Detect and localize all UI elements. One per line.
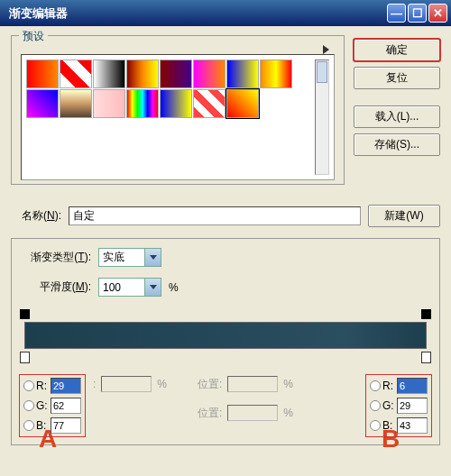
presets-legend: 预设 [19, 29, 48, 44]
swatch[interactable] [60, 60, 92, 88]
opacity-stops [24, 309, 427, 322]
name-input[interactable] [69, 206, 361, 225]
radio-b-right[interactable] [370, 420, 381, 431]
rgb-right-group: R: G: B: [365, 374, 432, 437]
swatch[interactable] [26, 89, 59, 118]
b-left-input[interactable] [51, 417, 81, 434]
smooth-label: 平滑度(M): [19, 279, 91, 295]
gradtype-select[interactable]: 实底 [98, 248, 161, 267]
r-right-input[interactable] [397, 378, 428, 394]
presets-group: 预设 [11, 35, 345, 185]
presets-box [21, 54, 335, 180]
disabled-row-1: :% 位置:% [93, 376, 358, 392]
chevron-right-icon[interactable] [144, 279, 161, 296]
swatch[interactable] [260, 60, 292, 88]
name-label: 名称(N): [11, 208, 61, 224]
opacity-stop-left[interactable] [20, 309, 30, 319]
window-controls: — ☐ ✕ [387, 4, 447, 23]
button-column: 确定 复位 载入(L)... 存储(S)... [354, 35, 440, 194]
minimize-button[interactable]: — [387, 4, 406, 23]
scrollbar[interactable] [315, 60, 329, 175]
radio-r-right[interactable] [370, 380, 381, 391]
presets-menu-icon[interactable] [323, 45, 329, 54]
gradtype-label: 渐变类型(T): [19, 250, 91, 265]
color-stops [24, 349, 427, 367]
swatch[interactable] [126, 60, 159, 88]
smooth-input[interactable]: 100 [98, 278, 161, 297]
gradient-editor [24, 309, 427, 367]
swatch[interactable] [193, 89, 226, 118]
swatch[interactable] [160, 60, 192, 88]
window-title: 渐变编辑器 [4, 5, 387, 22]
gradient-settings: 渐变类型(T): 实底 平滑度(M): 100 % [11, 238, 440, 445]
swatch[interactable] [226, 89, 259, 118]
radio-r-left[interactable] [23, 380, 34, 391]
g-left-input[interactable] [51, 398, 81, 414]
b-right-input[interactable] [397, 417, 428, 434]
titlebar: 渐变编辑器 — ☐ ✕ [0, 0, 451, 26]
color-stop-left[interactable] [20, 352, 30, 363]
swatch[interactable] [26, 60, 59, 88]
smooth-value: 100 [103, 281, 121, 294]
r-left-input[interactable] [51, 378, 81, 394]
radio-g-left[interactable] [23, 400, 34, 411]
swatch[interactable] [93, 60, 125, 88]
radio-b-left[interactable] [23, 420, 34, 431]
load-button[interactable]: 载入(L)... [354, 105, 440, 128]
swatch[interactable] [60, 89, 92, 118]
maximize-button[interactable]: ☐ [408, 4, 427, 23]
ok-button[interactable]: 确定 [354, 39, 440, 61]
reset-button[interactable]: 复位 [354, 67, 440, 89]
close-button[interactable]: ✕ [428, 4, 447, 23]
swatch[interactable] [93, 89, 125, 118]
percent-label: % [169, 281, 179, 294]
chevron-down-icon[interactable] [144, 249, 161, 266]
gradient-bar[interactable] [24, 322, 427, 349]
new-button[interactable]: 新建(W) [368, 205, 440, 227]
swatch-grid [26, 60, 292, 175]
save-button[interactable]: 存储(S)... [354, 133, 440, 156]
scroll-thumb[interactable] [317, 61, 327, 83]
swatch[interactable] [126, 89, 159, 118]
disabled-row-2: :% 位置:% [93, 405, 358, 421]
g-right-input[interactable] [397, 398, 428, 414]
swatch[interactable] [226, 60, 259, 88]
swatch[interactable] [160, 89, 192, 118]
opacity-stop-right[interactable] [421, 309, 431, 319]
gradtype-value: 实底 [103, 250, 124, 265]
rgb-left-group: R: G: B: [19, 374, 86, 437]
color-stop-right[interactable] [421, 352, 431, 363]
swatch[interactable] [193, 60, 226, 88]
radio-g-right[interactable] [370, 400, 381, 411]
